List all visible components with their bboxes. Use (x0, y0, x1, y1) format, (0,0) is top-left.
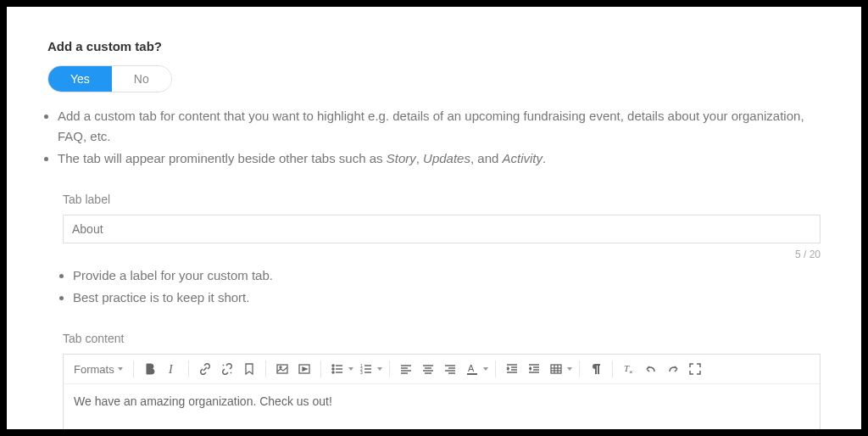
toolbar-separator (265, 361, 266, 377)
link-icon[interactable] (194, 358, 216, 380)
editor-content-area[interactable]: We have an amazing organization. Check u… (64, 384, 820, 429)
chevron-down-icon (348, 367, 353, 371)
hint-text: , and (470, 151, 503, 165)
svg-text:×: × (629, 368, 633, 376)
align-right-icon[interactable] (439, 358, 461, 380)
svg-text:3: 3 (360, 370, 363, 375)
toolbar-separator (389, 361, 390, 377)
toolbar-separator (188, 361, 189, 377)
image-icon[interactable] (271, 358, 293, 380)
redo-icon[interactable] (662, 358, 684, 380)
custom-tab-question: Add a custom tab? (47, 39, 821, 53)
hint-item: The tab will appear prominently beside o… (58, 148, 821, 169)
text-color-icon[interactable]: A (461, 358, 483, 380)
hint-em-story: Story (387, 151, 416, 165)
rich-text-editor: Formats B I (63, 354, 821, 429)
unlink-icon[interactable] (216, 358, 238, 380)
hint-text: The tab will appear prominently beside o… (58, 151, 387, 165)
italic-icon[interactable]: I (161, 358, 183, 380)
editor-toolbar: Formats B I (64, 355, 820, 384)
custom-tab-hints: Add a custom tab for content that you wa… (47, 106, 821, 169)
formats-dropdown[interactable]: Formats (69, 360, 128, 379)
svg-text:B: B (146, 362, 154, 376)
toggle-yes-button[interactable]: Yes (48, 66, 112, 92)
chevron-down-icon (377, 367, 382, 371)
hint-item: Best practice is to keep it short. (73, 288, 821, 308)
table-icon[interactable] (545, 358, 567, 380)
svg-rect-30 (467, 373, 477, 375)
toolbar-separator (495, 361, 496, 377)
svg-text:I: I (168, 363, 174, 376)
align-center-icon[interactable] (417, 358, 439, 380)
chevron-down-icon (118, 367, 123, 371)
tab-label-charcount: 5 / 20 (63, 249, 821, 260)
tab-label-input[interactable] (63, 215, 821, 243)
hint-text: , (416, 151, 423, 165)
indent-icon[interactable] (523, 358, 545, 380)
chevron-down-icon (567, 367, 572, 371)
bookmark-icon[interactable] (238, 358, 260, 380)
svg-point-3 (280, 366, 281, 368)
toolbar-separator (133, 361, 134, 377)
pilcrow-icon[interactable] (585, 358, 607, 380)
chevron-down-icon (483, 367, 488, 371)
tab-content-label: Tab content (63, 332, 821, 345)
hint-em-updates: Updates (423, 151, 470, 165)
media-icon[interactable] (293, 358, 315, 380)
formats-label: Formats (74, 363, 114, 376)
tab-label-label: Tab label (63, 193, 821, 206)
align-left-icon[interactable] (395, 358, 417, 380)
numbered-list-icon[interactable]: 123 (355, 358, 377, 380)
hint-item: Add a custom tab for content that you wa… (58, 106, 821, 147)
toolbar-separator (579, 361, 580, 377)
undo-icon[interactable] (640, 358, 662, 380)
toolbar-separator (320, 361, 321, 377)
svg-point-6 (332, 368, 334, 370)
svg-text:A: A (468, 363, 475, 373)
form-frame: Add a custom tab? Yes No Add a custom ta… (7, 7, 861, 429)
tab-content-section: Tab content Formats B I (47, 332, 821, 429)
fullscreen-icon[interactable] (684, 358, 706, 380)
tab-label-hints: Provide a label for your custom tab. Bes… (47, 266, 821, 308)
bold-icon[interactable]: B (139, 358, 161, 380)
toggle-no-button[interactable]: No (112, 66, 171, 92)
outdent-icon[interactable] (501, 358, 523, 380)
svg-point-5 (332, 365, 334, 366)
svg-rect-39 (551, 365, 561, 373)
hint-em-activity: Activity (502, 151, 542, 165)
hint-item: Provide a label for your custom tab. (73, 266, 821, 286)
clear-format-icon[interactable]: T× (618, 358, 640, 380)
toolbar-separator (612, 361, 613, 377)
yes-no-toggle: Yes No (47, 65, 172, 92)
tab-label-section: Tab label 5 / 20 (47, 193, 821, 260)
svg-point-7 (332, 372, 334, 373)
bullet-list-icon[interactable] (326, 358, 348, 380)
hint-text: . (542, 151, 546, 165)
